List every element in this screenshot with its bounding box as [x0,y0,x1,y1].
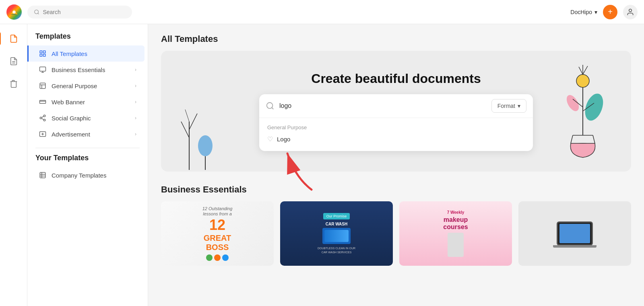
user-avatar-button[interactable] [623,5,638,19]
topbar: DocHipo ▾ + [0,0,644,24]
plant-left-decoration [177,89,225,172]
app-body: Templates All Templates Business Essenti… [0,24,644,306]
dochipo-label: DocHipo [570,9,592,15]
company-templates-label: Company Templates [52,172,106,179]
chevron-right-icon: › [135,67,136,72]
nav-divider [35,148,140,148]
chevron-right-icon: › [135,131,136,137]
svg-line-38 [571,135,573,143]
svg-line-21 [41,118,43,120]
global-search-input[interactable] [43,9,126,15]
svg-point-1 [35,10,39,14]
sidebar-item-all-templates[interactable]: All Templates [27,45,144,62]
format-chevron-icon: ▾ [518,103,520,109]
dochipo-chevron-icon: ▾ [594,9,597,15]
sidebar-item-advertisement[interactable]: Advertisement › [31,126,144,142]
template-card-laptop[interactable] [518,201,631,266]
svg-line-22 [41,116,43,118]
web-banner-icon [39,98,47,106]
svg-point-32 [198,135,213,156]
business-essentials-label: Business Essentials [52,66,105,73]
sidebar-item-business-essentials[interactable]: Business Essentials › [31,62,144,78]
svg-line-29 [181,122,189,138]
template-card-boss[interactable]: 12 Outstandinglessons from a 12 GREATBOS… [161,201,274,266]
svg-rect-24 [40,172,45,178]
general-purpose-icon [39,82,47,90]
advertisement-label: Advertisement [52,131,90,138]
hero-title: Create beautiful documents [311,71,481,86]
dropdown-logo-label: Logo [277,136,290,143]
svg-rect-13 [40,83,45,89]
plant-right-decoration [551,55,615,161]
svg-point-47 [582,91,607,123]
advertisement-icon [39,130,47,138]
svg-point-20 [43,119,45,121]
svg-rect-9 [43,54,45,56]
app-logo[interactable] [6,4,22,20]
main-content: All Templates Create beautiful documents [148,24,644,306]
svg-line-43 [579,67,583,74]
template-card-makeup[interactable]: 7 Weekly makeupcourses [399,201,512,266]
svg-line-30 [189,114,197,130]
templates-section-title: Templates [27,32,148,45]
page-title: All Templates [161,34,631,44]
search-icon [34,9,39,15]
company-templates-icon [39,171,47,179]
sidebar-icon-document[interactable] [4,29,23,48]
sidebar-item-company-templates[interactable]: Company Templates [31,167,144,183]
sidebar-item-social-graphic[interactable]: Social Graphic › [31,110,144,126]
svg-point-0 [12,10,16,14]
format-button[interactable]: Format ▾ [491,99,526,113]
document-icon [9,34,18,43]
user-icon [626,8,634,16]
svg-line-31 [185,110,189,122]
heart-icon: ♡ [267,135,273,143]
svg-point-34 [267,103,273,109]
chevron-right-icon: › [135,83,136,89]
your-templates-title: Your Templates [27,154,148,167]
svg-line-2 [38,13,39,14]
sidebar-item-general-purpose[interactable]: General Purpose › [31,78,144,94]
chevron-right-icon: › [135,99,136,105]
svg-point-42 [576,74,589,87]
sidebar-item-web-banner[interactable]: Web Banner › [31,94,144,110]
create-plus-button[interactable]: + [603,5,617,19]
svg-rect-16 [40,100,46,103]
hero-search-input[interactable] [279,102,487,110]
sidebar-icon-trash[interactable] [4,74,23,93]
svg-line-39 [593,135,595,143]
hero-search-icon [266,101,275,110]
all-templates-icon [39,50,47,58]
social-graphic-icon [39,114,47,122]
svg-line-45 [583,66,588,74]
chevron-right-icon: › [135,115,136,121]
topbar-right: DocHipo ▾ + [570,5,638,19]
global-search-bar[interactable] [27,6,132,19]
hero-search-wrapper: Format ▾ General Purpose ♡ Logo [259,94,533,151]
all-templates-label: All Templates [52,50,87,57]
svg-rect-10 [40,67,46,71]
icon-sidebar [0,24,27,306]
dochipo-dropdown[interactable]: DocHipo ▾ [570,9,597,15]
business-essentials-title: Business Essentials [161,184,631,195]
web-banner-label: Web Banner [52,99,85,105]
text-doc-icon [9,57,18,66]
template-cards-row: 12 Outstandinglessons from a 12 GREATBOS… [161,201,631,266]
social-graphic-label: Social Graphic [52,115,91,122]
dropdown-category: General Purpose [259,123,533,132]
trash-icon [9,79,18,88]
svg-rect-6 [40,51,42,53]
sidebar-icon-text[interactable] [4,52,23,71]
format-label: Format [497,103,515,109]
nav-sidebar: Templates All Templates Business Essenti… [27,24,148,306]
svg-point-19 [40,117,42,119]
template-card-carwash[interactable]: Our Promise CAR WASH DOUBTLESS CLEAN IN … [280,201,393,266]
hero-search-row: Format ▾ [259,94,533,118]
arrow-annotation [279,145,320,195]
svg-rect-7 [43,51,45,53]
svg-point-18 [43,115,45,117]
general-purpose-label: General Purpose [52,83,97,89]
svg-rect-8 [40,54,42,56]
dropdown-item-logo[interactable]: ♡ Logo [259,132,533,146]
business-essentials-icon [39,66,47,74]
